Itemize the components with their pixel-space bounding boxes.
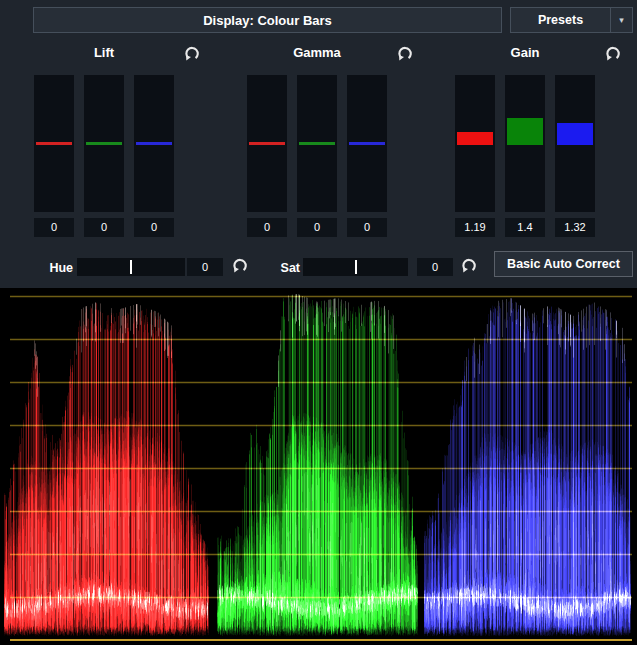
lift-blue-value: 0 — [134, 218, 174, 237]
rgb-waveform-scope — [0, 288, 637, 645]
gain-red-value: 1.19 — [455, 218, 495, 237]
gain-green-slider[interactable] — [505, 75, 545, 212]
lift-blue-slider[interactable] — [134, 75, 174, 212]
sat-reset-icon[interactable] — [460, 256, 479, 275]
display-colour-bars-button[interactable]: Display: Colour Bars — [33, 7, 502, 33]
gamma-reset-icon[interactable] — [396, 44, 415, 63]
lift-red-slider[interactable] — [34, 75, 74, 212]
lift-green-handle[interactable] — [86, 142, 122, 145]
lift-reset-icon[interactable] — [183, 44, 202, 63]
basic-auto-correct-button[interactable]: Basic Auto Correct — [494, 251, 633, 277]
lift-blue-handle[interactable] — [136, 142, 172, 145]
presets-button-label[interactable]: Presets — [511, 8, 610, 32]
sat-value: 0 — [417, 258, 453, 276]
chevron-down-icon[interactable]: ▾ — [610, 8, 632, 32]
gamma-red-value: 0 — [247, 218, 287, 237]
waveform-canvas — [0, 288, 637, 645]
gain-red-slider[interactable] — [455, 75, 495, 212]
gain-section-title: Gain — [455, 45, 595, 61]
hue-reset-icon[interactable] — [231, 256, 250, 275]
gain-reset-icon[interactable] — [604, 44, 623, 63]
gamma-blue-slider[interactable] — [347, 75, 387, 212]
lift-green-slider[interactable] — [84, 75, 124, 212]
gamma-green-slider[interactable] — [297, 75, 337, 212]
gamma-red-slider[interactable] — [247, 75, 287, 212]
sat-label: Sat — [255, 261, 300, 275]
gain-blue-handle[interactable] — [557, 123, 593, 145]
sat-slider[interactable] — [303, 258, 408, 276]
gain-green-handle[interactable] — [507, 118, 543, 145]
gain-red-handle[interactable] — [457, 132, 493, 145]
hue-value: 0 — [187, 258, 223, 276]
gain-blue-value: 1.32 — [555, 218, 595, 237]
gamma-blue-handle[interactable] — [349, 142, 385, 145]
gamma-green-handle[interactable] — [299, 142, 335, 145]
lift-red-value: 0 — [34, 218, 74, 237]
sat-slider-handle[interactable] — [355, 260, 357, 274]
hue-slider[interactable] — [77, 258, 185, 276]
lift-section-title: Lift — [34, 45, 174, 61]
gain-green-value: 1.4 — [505, 218, 545, 237]
lift-green-value: 0 — [84, 218, 124, 237]
gamma-section-title: Gamma — [247, 45, 387, 61]
gamma-red-handle[interactable] — [249, 142, 285, 145]
hue-slider-handle[interactable] — [130, 260, 132, 274]
gain-blue-slider[interactable] — [555, 75, 595, 212]
lift-red-handle[interactable] — [36, 142, 72, 145]
gamma-blue-value: 0 — [347, 218, 387, 237]
colour-correction-window: Display: Colour Bars Presets ▾ Lift 0 0 … — [0, 0, 637, 645]
presets-dropdown[interactable]: Presets ▾ — [510, 7, 633, 33]
gamma-green-value: 0 — [297, 218, 337, 237]
hue-label: Hue — [28, 261, 73, 275]
